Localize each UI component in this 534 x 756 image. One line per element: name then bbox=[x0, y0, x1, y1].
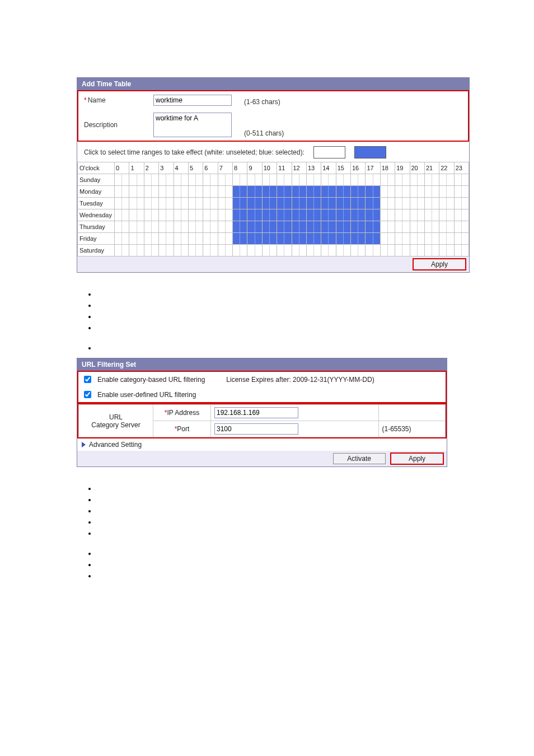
hour-cell[interactable] bbox=[203, 221, 218, 233]
enable-category-checkbox[interactable] bbox=[84, 376, 91, 383]
hour-cell[interactable] bbox=[321, 245, 336, 256]
hour-cell[interactable] bbox=[366, 245, 380, 256]
hour-cell[interactable] bbox=[321, 233, 336, 245]
hour-cell[interactable] bbox=[174, 221, 188, 233]
hour-cell[interactable] bbox=[351, 221, 366, 233]
hour-cell[interactable] bbox=[144, 245, 158, 256]
description-input[interactable] bbox=[153, 113, 232, 137]
hour-cell[interactable] bbox=[218, 221, 232, 233]
hour-cell[interactable] bbox=[410, 174, 424, 186]
hour-cell[interactable] bbox=[366, 174, 380, 186]
hour-cell[interactable] bbox=[188, 233, 203, 245]
hour-cell[interactable] bbox=[262, 186, 277, 198]
hour-cell[interactable] bbox=[262, 198, 277, 209]
hour-cell[interactable] bbox=[454, 221, 469, 233]
hour-cell[interactable] bbox=[144, 209, 158, 221]
hour-cell[interactable] bbox=[115, 221, 129, 233]
hour-cell[interactable] bbox=[218, 198, 232, 209]
hour-cell[interactable] bbox=[247, 221, 262, 233]
hour-cell[interactable] bbox=[277, 198, 292, 209]
hour-cell[interactable] bbox=[395, 186, 410, 198]
hour-cell[interactable] bbox=[188, 221, 203, 233]
hour-cell[interactable] bbox=[262, 245, 277, 256]
hour-cell[interactable] bbox=[395, 221, 410, 233]
hour-cell[interactable] bbox=[115, 186, 129, 198]
hour-cell[interactable] bbox=[410, 221, 424, 233]
hour-cell[interactable] bbox=[395, 233, 410, 245]
hour-cell[interactable] bbox=[233, 233, 247, 245]
hour-cell[interactable] bbox=[129, 245, 144, 256]
name-input[interactable] bbox=[153, 95, 232, 106]
hour-cell[interactable] bbox=[247, 186, 262, 198]
hour-cell[interactable] bbox=[351, 174, 366, 186]
hour-cell[interactable] bbox=[129, 186, 144, 198]
hour-cell[interactable] bbox=[336, 221, 350, 233]
hour-cell[interactable] bbox=[129, 233, 144, 245]
hour-cell[interactable] bbox=[233, 209, 247, 221]
hour-cell[interactable] bbox=[321, 198, 336, 209]
hour-cell[interactable] bbox=[115, 174, 129, 186]
hour-cell[interactable] bbox=[144, 198, 158, 209]
hour-cell[interactable] bbox=[188, 245, 203, 256]
hour-cell[interactable] bbox=[424, 209, 439, 221]
hour-cell[interactable] bbox=[424, 186, 439, 198]
hour-cell[interactable] bbox=[454, 209, 469, 221]
hour-cell[interactable] bbox=[218, 174, 232, 186]
hour-cell[interactable] bbox=[439, 186, 454, 198]
hour-cell[interactable] bbox=[292, 221, 306, 233]
hour-cell[interactable] bbox=[203, 174, 218, 186]
hour-cell[interactable] bbox=[424, 174, 439, 186]
hour-cell[interactable] bbox=[144, 186, 158, 198]
hour-cell[interactable] bbox=[395, 245, 410, 256]
hour-cell[interactable] bbox=[115, 245, 129, 256]
hour-cell[interactable] bbox=[277, 221, 292, 233]
hour-cell[interactable] bbox=[262, 174, 277, 186]
hour-cell[interactable] bbox=[410, 186, 424, 198]
hour-cell[interactable] bbox=[247, 174, 262, 186]
hour-cell[interactable] bbox=[262, 233, 277, 245]
hour-cell[interactable] bbox=[277, 186, 292, 198]
hour-cell[interactable] bbox=[410, 245, 424, 256]
hour-cell[interactable] bbox=[306, 186, 321, 198]
hour-cell[interactable] bbox=[218, 186, 232, 198]
hour-cell[interactable] bbox=[203, 233, 218, 245]
hour-cell[interactable] bbox=[380, 233, 395, 245]
hour-cell[interactable] bbox=[454, 174, 469, 186]
hour-cell[interactable] bbox=[380, 174, 395, 186]
hours-grid[interactable]: O'clock012345678910111213141516171819202… bbox=[77, 162, 469, 256]
hour-cell[interactable] bbox=[454, 198, 469, 209]
hour-cell[interactable] bbox=[174, 209, 188, 221]
hour-cell[interactable] bbox=[233, 221, 247, 233]
hour-cell[interactable] bbox=[292, 198, 306, 209]
hour-cell[interactable] bbox=[351, 233, 366, 245]
hour-cell[interactable] bbox=[292, 209, 306, 221]
hour-cell[interactable] bbox=[366, 233, 380, 245]
hour-cell[interactable] bbox=[454, 186, 469, 198]
hour-cell[interactable] bbox=[336, 233, 350, 245]
hour-cell[interactable] bbox=[159, 186, 174, 198]
hour-cell[interactable] bbox=[292, 245, 306, 256]
hour-cell[interactable] bbox=[351, 245, 366, 256]
hour-cell[interactable] bbox=[336, 209, 350, 221]
hour-cell[interactable] bbox=[366, 221, 380, 233]
hour-cell[interactable] bbox=[439, 233, 454, 245]
hour-cell[interactable] bbox=[262, 209, 277, 221]
hour-cell[interactable] bbox=[129, 221, 144, 233]
port-input[interactable] bbox=[214, 423, 298, 435]
hour-cell[interactable] bbox=[321, 221, 336, 233]
hour-cell[interactable] bbox=[174, 174, 188, 186]
hour-cell[interactable] bbox=[424, 221, 439, 233]
hour-cell[interactable] bbox=[129, 174, 144, 186]
hour-cell[interactable] bbox=[410, 233, 424, 245]
hour-cell[interactable] bbox=[306, 174, 321, 186]
hour-cell[interactable] bbox=[247, 198, 262, 209]
hour-cell[interactable] bbox=[159, 174, 174, 186]
hour-cell[interactable] bbox=[188, 174, 203, 186]
hour-cell[interactable] bbox=[277, 245, 292, 256]
hour-cell[interactable] bbox=[336, 245, 350, 256]
hour-cell[interactable] bbox=[454, 245, 469, 256]
hour-cell[interactable] bbox=[321, 209, 336, 221]
hour-cell[interactable] bbox=[233, 174, 247, 186]
hour-cell[interactable] bbox=[129, 209, 144, 221]
hour-cell[interactable] bbox=[424, 198, 439, 209]
